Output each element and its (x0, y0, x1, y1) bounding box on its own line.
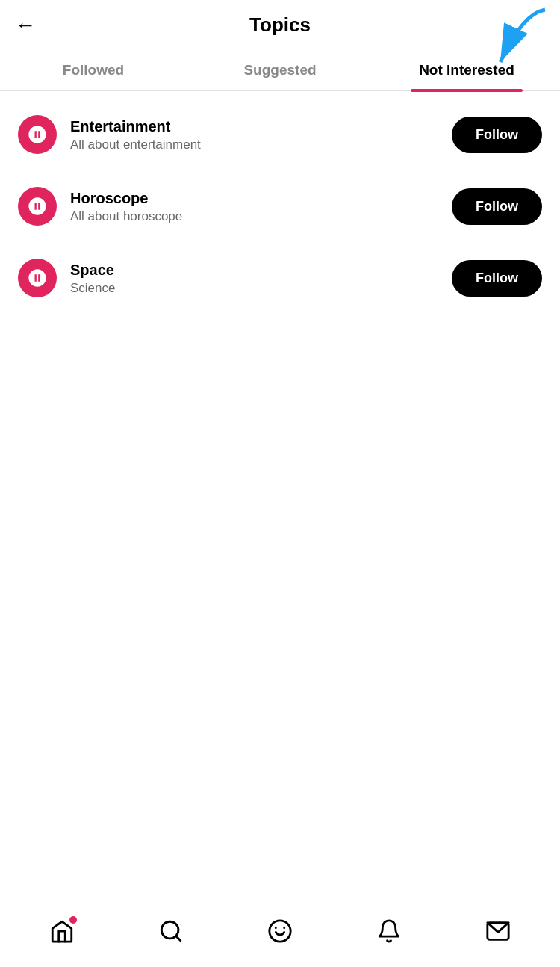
nav-item-profile[interactable] (258, 912, 302, 957)
topic-item-horoscope: Horoscope All about horoscope Follow (0, 170, 560, 242)
topic-item-entertainment: Entertainment All about entertainment Fo… (0, 99, 560, 170)
topic-info-horoscope: Horoscope All about horoscope (70, 188, 438, 224)
topic-item-space-science: Space Science Follow (0, 242, 560, 314)
topic-icon-space-science (18, 259, 57, 297)
tab-not-interested[interactable]: Not Interested (373, 50, 560, 90)
topic-name-space: Space (70, 260, 438, 279)
follow-button-entertainment[interactable]: Follow (452, 117, 542, 153)
topic-icon-horoscope (18, 187, 57, 226)
search-icon (158, 918, 184, 950)
nav-item-search[interactable] (149, 912, 193, 957)
nav-item-messages[interactable] (476, 912, 520, 957)
topic-name-horoscope: Horoscope (70, 188, 438, 208)
back-button[interactable]: ← (15, 13, 36, 37)
svg-line-2 (176, 936, 181, 940)
tab-followed[interactable]: Followed (0, 50, 187, 90)
tab-suggested[interactable]: Suggested (187, 50, 373, 90)
page-header: ← Topics (0, 0, 560, 50)
bottom-navigation (0, 900, 560, 967)
mail-icon (485, 918, 511, 950)
topic-list: Entertainment All about entertainment Fo… (0, 91, 560, 321)
follow-button-space-science[interactable]: Follow (452, 260, 542, 297)
topic-desc-entertainment: All about entertainment (70, 138, 438, 152)
follow-button-horoscope[interactable]: Follow (452, 188, 542, 225)
home-notification-dot (69, 916, 77, 924)
topic-desc-science: Science (70, 281, 438, 296)
nav-item-home[interactable] (40, 912, 84, 957)
topic-icon-entertainment (18, 115, 57, 154)
svg-point-3 (270, 920, 290, 941)
tabs-bar: Followed Suggested Not Interested (0, 50, 560, 91)
bell-icon (376, 918, 402, 950)
topic-name-entertainment: Entertainment (70, 117, 438, 136)
smiley-icon (267, 918, 293, 950)
topic-info-space-science: Space Science (70, 260, 438, 296)
nav-item-notifications[interactable] (367, 912, 411, 957)
topic-desc-horoscope: All about horoscope (70, 209, 438, 224)
page-title: Topics (249, 13, 311, 37)
topic-info-entertainment: Entertainment All about entertainment (70, 117, 438, 152)
